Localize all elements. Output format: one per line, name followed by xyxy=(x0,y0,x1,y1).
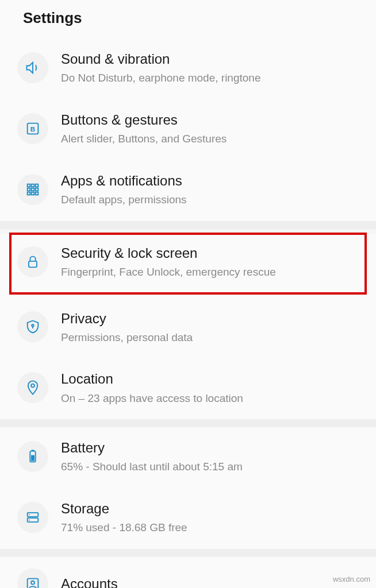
settings-item-storage[interactable]: Storage 71% used - 18.68 GB free xyxy=(0,488,376,549)
grid-icon xyxy=(17,174,48,205)
item-subtitle: 71% used - 18.68 GB free xyxy=(61,521,359,535)
svg-rect-4 xyxy=(36,184,39,187)
settings-item-security[interactable]: Security & lock screen Fingerprint, Face… xyxy=(10,234,366,293)
item-subtitle: On – 23 apps have access to location xyxy=(61,392,359,406)
item-subtitle: Fingerprint, Face Unlock, emergency resc… xyxy=(61,265,359,280)
settings-item-buttons[interactable]: B Buttons & gestures Alert slider, Butto… xyxy=(0,99,376,160)
item-title: Accounts xyxy=(61,575,359,588)
watermark: wsxdn.com xyxy=(333,575,370,583)
svg-rect-16 xyxy=(31,455,34,461)
item-title: Storage xyxy=(61,500,359,517)
svg-rect-11 xyxy=(29,261,37,267)
svg-rect-6 xyxy=(32,188,34,191)
svg-rect-9 xyxy=(32,192,34,195)
storage-icon xyxy=(17,502,48,533)
svg-rect-8 xyxy=(28,192,30,195)
svg-point-20 xyxy=(29,520,30,521)
settings-header: Settings xyxy=(0,0,376,38)
svg-rect-2 xyxy=(28,184,30,187)
section-1: Security & lock screen Fingerprint, Face… xyxy=(0,234,376,420)
settings-item-apps[interactable]: Apps & notifications Default apps, permi… xyxy=(0,160,376,221)
item-title: Location xyxy=(61,370,359,388)
section-divider xyxy=(0,549,376,557)
shield-icon xyxy=(17,311,48,342)
button-icon: B xyxy=(17,113,48,144)
page-title: Settings xyxy=(23,9,353,27)
svg-rect-7 xyxy=(36,188,39,191)
svg-point-12 xyxy=(32,324,34,327)
item-subtitle: 65% - Should last until about 5:15 am xyxy=(61,460,359,474)
accounts-icon xyxy=(17,568,48,588)
section-3: Accounts xyxy=(0,557,376,588)
section-divider xyxy=(0,221,376,229)
item-subtitle: Default apps, permissions xyxy=(61,193,359,207)
svg-point-22 xyxy=(31,581,34,585)
section-2: Battery 65% - Should last until about 5:… xyxy=(0,427,376,549)
lock-icon xyxy=(17,246,48,277)
item-subtitle: Alert slider, Buttons, and Gestures xyxy=(61,132,359,146)
svg-rect-10 xyxy=(36,192,39,195)
svg-text:B: B xyxy=(30,125,35,132)
battery-icon xyxy=(17,441,48,472)
settings-item-privacy[interactable]: Privacy Permissions, personal data xyxy=(0,298,376,359)
section-0: Sound & vibration Do Not Disturb, earpho… xyxy=(0,38,376,221)
item-title: Apps & notifications xyxy=(61,172,359,189)
item-title: Sound & vibration xyxy=(61,50,359,68)
svg-point-19 xyxy=(29,514,30,515)
pin-icon xyxy=(17,372,48,403)
svg-point-13 xyxy=(31,384,34,388)
speaker-icon xyxy=(17,52,48,83)
item-subtitle: Permissions, personal data xyxy=(61,331,359,345)
settings-item-sound[interactable]: Sound & vibration Do Not Disturb, earpho… xyxy=(0,38,376,99)
item-title: Buttons & gestures xyxy=(61,111,359,129)
item-title: Privacy xyxy=(61,310,359,327)
section-divider xyxy=(0,419,376,427)
item-title: Security & lock screen xyxy=(61,244,359,262)
item-title: Battery xyxy=(61,439,359,457)
svg-rect-5 xyxy=(28,188,30,191)
settings-item-battery[interactable]: Battery 65% - Should last until about 5:… xyxy=(0,427,376,488)
settings-item-location[interactable]: Location On – 23 apps have access to loc… xyxy=(0,358,376,419)
settings-item-accounts[interactable]: Accounts xyxy=(0,557,376,588)
svg-rect-15 xyxy=(32,450,34,451)
item-subtitle: Do Not Disturb, earphone mode, ringtone xyxy=(61,71,359,86)
svg-rect-3 xyxy=(32,184,34,187)
